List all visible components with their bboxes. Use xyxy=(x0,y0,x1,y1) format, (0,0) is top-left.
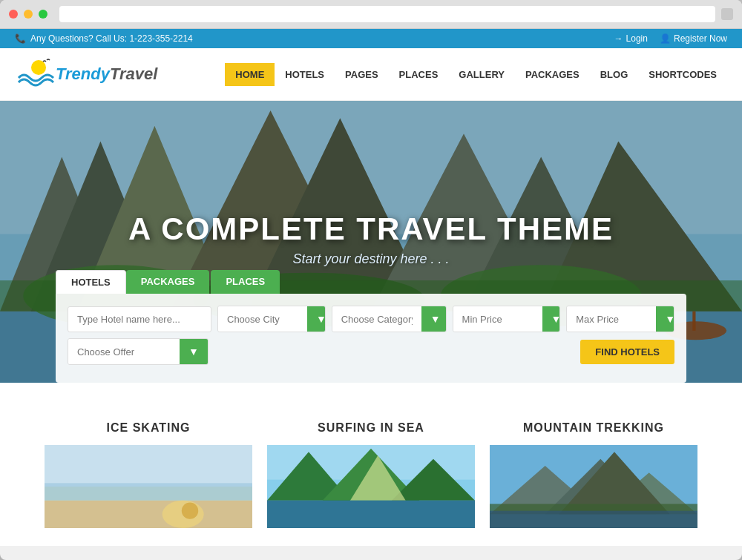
login-link[interactable]: → Login xyxy=(614,33,648,44)
minimize-dot[interactable] xyxy=(24,10,33,19)
find-hotels-button[interactable]: FIND HOTELS xyxy=(580,340,674,364)
max-price-wrapper: ▼ xyxy=(566,306,674,332)
search-row-2: ▼ FIND HOTELS xyxy=(68,338,674,365)
city-dropdown-btn[interactable]: ▼ xyxy=(307,306,326,332)
svg-rect-22 xyxy=(45,483,252,500)
logo-trendy: Trendy xyxy=(56,65,110,83)
min-price-wrapper: ▼ xyxy=(453,306,561,332)
offer-input[interactable] xyxy=(68,339,180,364)
browser-window: 📞 Any Questions? Call Us: 1-223-355-2214… xyxy=(0,0,742,560)
browser-chrome xyxy=(0,0,742,29)
card-mountain-trekking[interactable]: MOUNTAIN TREKKING xyxy=(490,412,697,531)
svg-point-0 xyxy=(31,60,46,75)
close-dot[interactable] xyxy=(9,10,18,19)
address-bar[interactable] xyxy=(59,6,715,22)
offer-dropdown-btn[interactable]: ▼ xyxy=(180,339,208,364)
svg-rect-31 xyxy=(267,501,475,528)
nav-hotels[interactable]: HOTELS xyxy=(275,63,335,86)
card-surfing[interactable]: SURFING IN SEA xyxy=(267,412,475,531)
mountain-trekking-scene xyxy=(490,442,697,531)
category-input[interactable] xyxy=(332,306,421,332)
cards-grid: ICE SKATING xyxy=(45,412,697,531)
city-select-wrapper: ▼ xyxy=(217,306,326,332)
login-icon: → xyxy=(614,33,623,44)
nav-blog[interactable]: BLOG xyxy=(590,63,639,86)
register-link[interactable]: 👤 Register Now xyxy=(660,33,727,44)
svg-rect-21 xyxy=(45,445,252,487)
hotel-name-input[interactable] xyxy=(68,306,211,332)
min-price-input[interactable] xyxy=(453,306,542,332)
site-header: TrendyTravel HOME HOTELS PAGES PLACES GA… xyxy=(0,48,742,101)
tab-hotels[interactable]: HOTELS xyxy=(56,270,126,294)
contact-text: Any Questions? Call Us: 1-223-355-2214 xyxy=(30,33,193,44)
logo-icon xyxy=(15,56,56,93)
card-surfing-image xyxy=(267,442,475,531)
card-surfing-title: SURFING IN SEA xyxy=(267,412,475,442)
offer-select-wrapper: ▼ xyxy=(68,338,209,365)
search-box: ▼ ▼ ▼ ▼ xyxy=(56,294,686,383)
svg-rect-20 xyxy=(45,501,252,528)
nav-places[interactable]: PLACES xyxy=(389,63,449,86)
top-bar: 📞 Any Questions? Call Us: 1-223-355-2214… xyxy=(0,29,742,48)
svg-point-24 xyxy=(182,502,198,518)
nav-pages[interactable]: PAGES xyxy=(335,63,389,86)
nav-packages[interactable]: PACKAGES xyxy=(515,63,590,86)
phone-icon: 📞 xyxy=(15,33,26,44)
card-ice-skating-image xyxy=(45,442,252,531)
card-mountain-trekking-image xyxy=(490,442,697,531)
hero-title: A COMPLETE TRAVEL THEME xyxy=(128,211,614,247)
tab-packages[interactable]: PACKAGES xyxy=(126,270,210,294)
city-input[interactable] xyxy=(218,306,307,332)
maximize-dot[interactable] xyxy=(39,10,47,19)
cards-section: ICE SKATING xyxy=(0,383,742,546)
nav-gallery[interactable]: GALLERY xyxy=(448,63,515,86)
nav-home[interactable]: HOME xyxy=(225,63,275,86)
register-label: Register Now xyxy=(674,33,727,44)
search-tabs: HOTELS PACKAGES PLACES xyxy=(56,270,686,294)
max-price-input[interactable] xyxy=(567,306,656,332)
category-select-wrapper: ▼ xyxy=(332,306,447,332)
max-price-dropdown-btn[interactable]: ▼ xyxy=(656,306,674,332)
search-row-1: ▼ ▼ ▼ ▼ xyxy=(68,306,674,332)
category-dropdown-btn[interactable]: ▼ xyxy=(421,306,447,332)
svg-rect-38 xyxy=(490,511,697,528)
surfing-scene xyxy=(267,442,475,531)
search-section: HOTELS PACKAGES PLACES ▼ ▼ xyxy=(56,270,686,383)
browser-action-btn[interactable] xyxy=(721,8,733,20)
ice-skating-scene xyxy=(45,442,252,531)
card-mountain-trekking-title: MOUNTAIN TREKKING xyxy=(490,412,697,442)
main-nav: HOME HOTELS PAGES PLACES GALLERY PACKAGE… xyxy=(225,63,727,86)
hero-subtitle: Start your destiny here . . . xyxy=(128,251,614,267)
top-bar-contact: 📞 Any Questions? Call Us: 1-223-355-2214 xyxy=(15,33,193,44)
logo-text: TrendyTravel xyxy=(56,65,157,84)
min-price-dropdown-btn[interactable]: ▼ xyxy=(542,306,561,332)
tab-places[interactable]: PLACES xyxy=(211,270,280,294)
card-ice-skating[interactable]: ICE SKATING xyxy=(45,412,252,531)
logo[interactable]: TrendyTravel xyxy=(15,56,157,93)
register-icon: 👤 xyxy=(660,33,671,44)
card-ice-skating-title: ICE SKATING xyxy=(45,412,252,442)
login-label: Login xyxy=(626,33,648,44)
logo-travel: Travel xyxy=(110,65,157,83)
hero-section: A COMPLETE TRAVEL THEME Start your desti… xyxy=(0,101,742,383)
nav-shortcodes[interactable]: SHORTCODES xyxy=(638,63,727,86)
top-bar-auth: → Login 👤 Register Now xyxy=(614,33,727,44)
hero-content: A COMPLETE TRAVEL THEME Start your desti… xyxy=(128,211,614,267)
